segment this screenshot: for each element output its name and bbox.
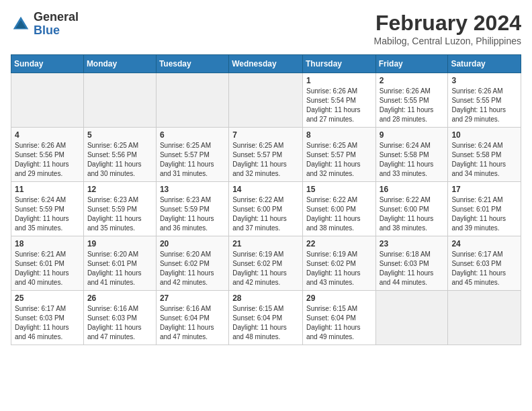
day-number: 16 (380, 185, 445, 194)
day-info: Sunrise: 6:24 AMSunset: 5:58 PMDaylight:… (451, 141, 517, 179)
calendar-cell: 14Sunrise: 6:22 AMSunset: 6:00 PMDayligh… (229, 182, 303, 236)
day-info: Sunrise: 6:22 AMSunset: 6:00 PMDaylight:… (380, 195, 445, 233)
day-number: 17 (451, 185, 517, 194)
calendar-cell: 12Sunrise: 6:23 AMSunset: 5:59 PMDayligh… (83, 182, 156, 236)
calendar-cell (448, 291, 521, 345)
calendar-cell (229, 73, 303, 128)
day-number: 24 (451, 239, 517, 248)
day-info: Sunrise: 6:25 AMSunset: 5:57 PMDaylight:… (232, 141, 299, 179)
calendar-cell: 28Sunrise: 6:15 AMSunset: 6:04 PMDayligh… (229, 291, 303, 345)
calendar-cell: 1Sunrise: 6:26 AMSunset: 5:54 PMDaylight… (302, 73, 375, 128)
day-number: 18 (15, 239, 80, 248)
calendar-cell: 9Sunrise: 6:24 AMSunset: 5:58 PMDaylight… (375, 128, 448, 182)
day-info: Sunrise: 6:23 AMSunset: 5:59 PMDaylight:… (87, 195, 152, 233)
page-header: General Blue February 2024 Mabilog, Cent… (11, 11, 521, 46)
week-row-1: 1Sunrise: 6:26 AMSunset: 5:54 PMDaylight… (11, 73, 521, 128)
day-info: Sunrise: 6:19 AMSunset: 6:02 PMDaylight:… (306, 250, 372, 287)
calendar-cell: 29Sunrise: 6:15 AMSunset: 6:04 PMDayligh… (302, 291, 375, 345)
day-info: Sunrise: 6:26 AMSunset: 5:55 PMDaylight:… (380, 87, 445, 124)
day-number: 7 (232, 130, 299, 140)
month-year-title: February 2024 (374, 11, 521, 36)
calendar-cell: 23Sunrise: 6:18 AMSunset: 6:03 PMDayligh… (375, 236, 448, 291)
day-number: 25 (15, 293, 80, 303)
day-info: Sunrise: 6:25 AMSunset: 5:57 PMDaylight:… (306, 141, 372, 179)
header-day-sunday: Sunday (11, 55, 84, 73)
logo-general: General (34, 11, 79, 24)
day-number: 2 (380, 76, 445, 85)
calendar-body: 1Sunrise: 6:26 AMSunset: 5:54 PMDaylight… (11, 73, 521, 345)
day-info: Sunrise: 6:22 AMSunset: 6:00 PMDaylight:… (232, 195, 299, 233)
week-row-5: 25Sunrise: 6:17 AMSunset: 6:03 PMDayligh… (11, 291, 521, 345)
header-day-saturday: Saturday (448, 55, 521, 73)
header-day-wednesday: Wednesday (229, 55, 303, 73)
header-day-thursday: Thursday (302, 55, 375, 73)
calendar-cell: 24Sunrise: 6:17 AMSunset: 6:03 PMDayligh… (448, 236, 521, 291)
day-number: 13 (160, 185, 225, 194)
day-number: 19 (87, 239, 152, 248)
day-number: 22 (306, 239, 372, 248)
calendar-cell: 25Sunrise: 6:17 AMSunset: 6:03 PMDayligh… (11, 291, 84, 345)
day-info: Sunrise: 6:15 AMSunset: 6:04 PMDaylight:… (306, 304, 372, 342)
day-info: Sunrise: 6:15 AMSunset: 6:04 PMDaylight:… (232, 304, 299, 342)
calendar-cell: 15Sunrise: 6:22 AMSunset: 6:00 PMDayligh… (302, 182, 375, 236)
calendar-cell: 26Sunrise: 6:16 AMSunset: 6:03 PMDayligh… (83, 291, 156, 345)
day-info: Sunrise: 6:26 AMSunset: 5:54 PMDaylight:… (306, 87, 372, 124)
day-info: Sunrise: 6:17 AMSunset: 6:03 PMDaylight:… (15, 304, 80, 342)
day-info: Sunrise: 6:25 AMSunset: 5:57 PMDaylight:… (160, 141, 225, 179)
day-number: 4 (15, 130, 80, 140)
day-number: 20 (160, 239, 225, 248)
day-info: Sunrise: 6:22 AMSunset: 6:00 PMDaylight:… (306, 195, 372, 233)
day-number: 26 (87, 293, 152, 303)
week-row-3: 11Sunrise: 6:24 AMSunset: 5:59 PMDayligh… (11, 182, 521, 236)
calendar-table: SundayMondayTuesdayWednesdayThursdayFrid… (11, 54, 521, 345)
logo-icon (11, 14, 31, 34)
day-info: Sunrise: 6:21 AMSunset: 6:01 PMDaylight:… (15, 250, 80, 287)
day-number: 6 (160, 130, 225, 140)
day-number: 3 (451, 76, 517, 85)
day-info: Sunrise: 6:16 AMSunset: 6:04 PMDaylight:… (160, 304, 225, 342)
day-info: Sunrise: 6:25 AMSunset: 5:56 PMDaylight:… (87, 141, 152, 179)
day-info: Sunrise: 6:24 AMSunset: 5:59 PMDaylight:… (15, 195, 80, 233)
header-day-tuesday: Tuesday (156, 55, 228, 73)
day-number: 10 (451, 130, 517, 140)
location-subtitle: Mabilog, Central Luzon, Philippines (374, 36, 521, 46)
day-info: Sunrise: 6:17 AMSunset: 6:03 PMDaylight:… (451, 250, 517, 287)
day-info: Sunrise: 6:18 AMSunset: 6:03 PMDaylight:… (380, 250, 445, 287)
logo: General Blue (11, 11, 79, 38)
calendar-cell: 7Sunrise: 6:25 AMSunset: 5:57 PMDaylight… (229, 128, 303, 182)
calendar-cell (83, 73, 156, 128)
day-number: 23 (380, 239, 445, 248)
calendar-cell: 3Sunrise: 6:26 AMSunset: 5:55 PMDaylight… (448, 73, 521, 128)
day-number: 21 (232, 239, 299, 248)
day-info: Sunrise: 6:16 AMSunset: 6:03 PMDaylight:… (87, 304, 152, 342)
calendar-cell (156, 73, 228, 128)
day-number: 9 (380, 130, 445, 140)
day-info: Sunrise: 6:20 AMSunset: 6:01 PMDaylight:… (87, 250, 152, 287)
day-number: 12 (87, 185, 152, 194)
calendar-cell: 17Sunrise: 6:21 AMSunset: 6:01 PMDayligh… (448, 182, 521, 236)
day-info: Sunrise: 6:19 AMSunset: 6:02 PMDaylight:… (232, 250, 299, 287)
calendar-cell: 11Sunrise: 6:24 AMSunset: 5:59 PMDayligh… (11, 182, 84, 236)
day-info: Sunrise: 6:23 AMSunset: 5:59 PMDaylight:… (160, 195, 225, 233)
day-info: Sunrise: 6:21 AMSunset: 6:01 PMDaylight:… (451, 195, 517, 233)
calendar-cell: 13Sunrise: 6:23 AMSunset: 5:59 PMDayligh… (156, 182, 228, 236)
header-day-monday: Monday (83, 55, 156, 73)
day-number: 14 (232, 185, 299, 194)
header-row: SundayMondayTuesdayWednesdayThursdayFrid… (11, 55, 521, 73)
logo-blue: Blue (34, 24, 79, 38)
calendar-cell: 5Sunrise: 6:25 AMSunset: 5:56 PMDaylight… (83, 128, 156, 182)
header-day-friday: Friday (375, 55, 448, 73)
day-number: 5 (87, 130, 152, 140)
day-number: 15 (306, 185, 372, 194)
day-number: 11 (15, 185, 80, 194)
calendar-cell: 18Sunrise: 6:21 AMSunset: 6:01 PMDayligh… (11, 236, 84, 291)
calendar-cell: 27Sunrise: 6:16 AMSunset: 6:04 PMDayligh… (156, 291, 228, 345)
day-number: 8 (306, 130, 372, 140)
day-info: Sunrise: 6:20 AMSunset: 6:02 PMDaylight:… (160, 250, 225, 287)
day-info: Sunrise: 6:26 AMSunset: 5:56 PMDaylight:… (15, 141, 80, 179)
calendar-cell: 20Sunrise: 6:20 AMSunset: 6:02 PMDayligh… (156, 236, 228, 291)
calendar-cell: 19Sunrise: 6:20 AMSunset: 6:01 PMDayligh… (83, 236, 156, 291)
calendar-cell: 8Sunrise: 6:25 AMSunset: 5:57 PMDaylight… (302, 128, 375, 182)
calendar-cell: 4Sunrise: 6:26 AMSunset: 5:56 PMDaylight… (11, 128, 84, 182)
calendar-cell (11, 73, 84, 128)
